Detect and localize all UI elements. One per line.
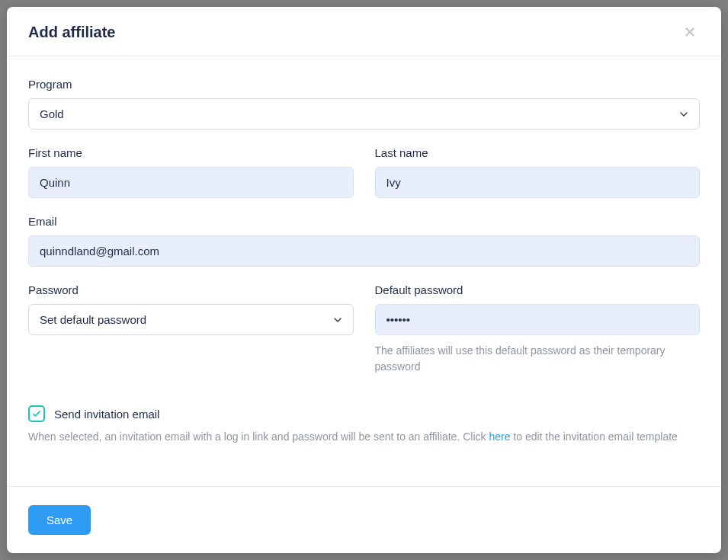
- add-affiliate-modal: Add affiliate Program Gold First name La…: [7, 7, 721, 553]
- last-name-group: Last name: [375, 146, 701, 198]
- email-group: Email: [28, 215, 700, 267]
- send-invitation-description: When selected, an invitation email with …: [28, 428, 700, 445]
- default-password-help: The affiliates will use this default pas…: [375, 343, 701, 375]
- program-group: Program Gold: [28, 78, 700, 130]
- send-invitation-checkbox[interactable]: [28, 405, 45, 422]
- default-password-label: Default password: [375, 283, 701, 296]
- password-label: Password: [28, 283, 354, 296]
- modal-body: Program Gold First name Last name Email …: [7, 56, 721, 486]
- first-name-group: First name: [28, 146, 354, 198]
- description-after: to edit the invitation email template: [510, 430, 677, 443]
- description-before: When selected, an invitation email with …: [28, 430, 489, 443]
- name-row: First name Last name: [28, 146, 700, 215]
- first-name-label: First name: [28, 146, 354, 159]
- first-name-input[interactable]: [28, 167, 354, 198]
- edit-template-link[interactable]: here: [489, 430, 510, 443]
- email-input[interactable]: [28, 235, 700, 267]
- modal-title: Add affiliate: [28, 24, 115, 41]
- send-invitation-row: Send invitation email: [28, 405, 700, 422]
- email-label: Email: [28, 215, 700, 228]
- program-select[interactable]: Gold: [28, 98, 700, 130]
- last-name-input[interactable]: [375, 167, 701, 198]
- close-button[interactable]: [680, 22, 700, 42]
- close-icon: [683, 25, 697, 39]
- program-label: Program: [28, 78, 700, 91]
- modal-header: Add affiliate: [7, 7, 721, 56]
- modal-footer: Save: [7, 486, 721, 553]
- default-password-input[interactable]: [375, 304, 701, 335]
- last-name-label: Last name: [375, 146, 701, 159]
- save-button[interactable]: Save: [28, 505, 91, 535]
- password-select[interactable]: Set default password: [28, 304, 354, 335]
- send-invitation-label: Send invitation email: [54, 408, 159, 421]
- password-group: Password Set default password: [28, 283, 354, 375]
- password-row: Password Set default password Default pa…: [28, 283, 700, 392]
- check-icon: [31, 408, 42, 419]
- default-password-group: Default password The affiliates will use…: [375, 283, 701, 375]
